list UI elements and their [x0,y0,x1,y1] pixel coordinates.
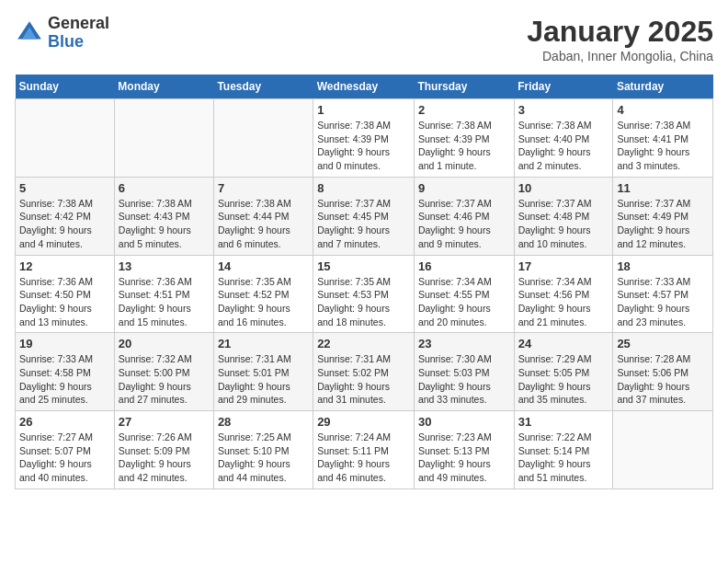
calendar-cell: 22Sunrise: 7:31 AMSunset: 5:02 PMDayligh… [313,333,415,411]
day-number: 5 [19,181,110,195]
day-number: 29 [317,415,410,429]
day-info: Sunrise: 7:22 AMSunset: 5:14 PMDaylight:… [518,431,609,485]
day-number: 27 [119,415,210,429]
day-info: Sunrise: 7:35 AMSunset: 4:53 PMDaylight:… [317,275,410,329]
day-info: Sunrise: 7:27 AMSunset: 5:07 PMDaylight:… [19,431,110,485]
calendar-cell [613,411,713,489]
calendar-week-5: 26Sunrise: 7:27 AMSunset: 5:07 PMDayligh… [16,411,713,489]
day-number: 11 [617,181,709,195]
day-number: 28 [218,415,309,429]
calendar-cell: 25Sunrise: 7:28 AMSunset: 5:06 PMDayligh… [613,333,713,411]
calendar-week-4: 19Sunrise: 7:33 AMSunset: 4:58 PMDayligh… [16,333,713,411]
calendar-cell: 10Sunrise: 7:37 AMSunset: 4:48 PMDayligh… [514,177,613,255]
weekday-header-wednesday: Wednesday [313,75,415,99]
day-info: Sunrise: 7:38 AMSunset: 4:42 PMDaylight:… [19,197,110,251]
day-number: 3 [518,103,609,117]
day-info: Sunrise: 7:23 AMSunset: 5:13 PMDaylight:… [418,431,510,485]
day-info: Sunrise: 7:33 AMSunset: 4:57 PMDaylight:… [617,275,709,329]
day-info: Sunrise: 7:37 AMSunset: 4:49 PMDaylight:… [617,197,709,251]
day-number: 17 [518,259,609,273]
day-info: Sunrise: 7:35 AMSunset: 4:52 PMDaylight:… [218,275,309,329]
calendar-cell: 14Sunrise: 7:35 AMSunset: 4:52 PMDayligh… [213,255,313,333]
calendar-week-1: 1Sunrise: 7:38 AMSunset: 4:39 PMDaylight… [16,99,713,178]
weekday-header-row: SundayMondayTuesdayWednesdayThursdayFrid… [16,75,713,99]
day-info: Sunrise: 7:38 AMSunset: 4:43 PMDaylight:… [119,197,210,251]
logo-icon [15,18,44,48]
calendar-week-3: 12Sunrise: 7:36 AMSunset: 4:50 PMDayligh… [16,255,713,333]
day-number: 8 [317,181,410,195]
calendar-cell: 12Sunrise: 7:36 AMSunset: 4:50 PMDayligh… [16,255,115,333]
weekday-header-thursday: Thursday [414,75,514,99]
day-info: Sunrise: 7:38 AMSunset: 4:44 PMDaylight:… [218,197,309,251]
day-number: 24 [518,337,609,350]
calendar-cell [213,99,313,178]
day-number: 12 [19,259,110,273]
day-info: Sunrise: 7:34 AMSunset: 4:56 PMDaylight:… [518,275,609,329]
day-number: 1 [317,103,410,117]
day-number: 19 [19,337,110,350]
calendar-cell: 5Sunrise: 7:38 AMSunset: 4:42 PMDaylight… [16,177,115,255]
day-info: Sunrise: 7:38 AMSunset: 4:41 PMDaylight:… [617,119,709,173]
day-number: 9 [418,181,510,195]
day-number: 7 [218,181,309,195]
day-number: 6 [119,181,210,195]
calendar-title: January 2025 [527,15,713,49]
calendar-cell: 26Sunrise: 7:27 AMSunset: 5:07 PMDayligh… [16,411,115,489]
day-info: Sunrise: 7:30 AMSunset: 5:03 PMDaylight:… [418,352,510,407]
calendar-cell: 18Sunrise: 7:33 AMSunset: 4:57 PMDayligh… [613,255,713,333]
weekday-header-tuesday: Tuesday [213,75,313,99]
day-number: 18 [617,259,709,273]
weekday-header-saturday: Saturday [613,75,713,99]
calendar-cell: 4Sunrise: 7:38 AMSunset: 4:41 PMDaylight… [613,99,713,178]
day-number: 16 [418,259,510,273]
calendar-cell: 29Sunrise: 7:24 AMSunset: 5:11 PMDayligh… [313,411,415,489]
calendar-cell: 13Sunrise: 7:36 AMSunset: 4:51 PMDayligh… [114,255,213,333]
calendar-table: SundayMondayTuesdayWednesdayThursdayFrid… [15,75,713,489]
calendar-cell: 17Sunrise: 7:34 AMSunset: 4:56 PMDayligh… [514,255,613,333]
day-number: 23 [418,337,510,350]
day-number: 20 [119,337,210,350]
day-info: Sunrise: 7:37 AMSunset: 4:46 PMDaylight:… [418,197,510,251]
calendar-cell: 28Sunrise: 7:25 AMSunset: 5:10 PMDayligh… [213,411,313,489]
day-info: Sunrise: 7:38 AMSunset: 4:39 PMDaylight:… [317,119,410,173]
day-number: 14 [218,259,309,273]
calendar-cell: 20Sunrise: 7:32 AMSunset: 5:00 PMDayligh… [114,333,213,411]
calendar-cell: 1Sunrise: 7:38 AMSunset: 4:39 PMDaylight… [313,99,415,178]
calendar-cell: 8Sunrise: 7:37 AMSunset: 4:45 PMDaylight… [313,177,415,255]
day-info: Sunrise: 7:32 AMSunset: 5:00 PMDaylight:… [119,352,210,407]
calendar-cell: 15Sunrise: 7:35 AMSunset: 4:53 PMDayligh… [313,255,415,333]
logo-text: General Blue [48,15,109,52]
page-header: General Blue January 2025 Daban, Inner M… [15,15,713,63]
title-block: January 2025 Daban, Inner Mongolia, Chin… [527,15,713,63]
day-info: Sunrise: 7:29 AMSunset: 5:05 PMDaylight:… [518,352,609,407]
calendar-cell: 21Sunrise: 7:31 AMSunset: 5:01 PMDayligh… [213,333,313,411]
weekday-header-sunday: Sunday [16,75,115,99]
calendar-cell: 30Sunrise: 7:23 AMSunset: 5:13 PMDayligh… [414,411,514,489]
day-info: Sunrise: 7:26 AMSunset: 5:09 PMDaylight:… [119,431,210,485]
day-info: Sunrise: 7:34 AMSunset: 4:55 PMDaylight:… [418,275,510,329]
calendar-cell: 16Sunrise: 7:34 AMSunset: 4:55 PMDayligh… [414,255,514,333]
day-info: Sunrise: 7:37 AMSunset: 4:48 PMDaylight:… [518,197,609,251]
day-number: 26 [19,415,110,429]
calendar-cell: 7Sunrise: 7:38 AMSunset: 4:44 PMDaylight… [213,177,313,255]
logo: General Blue [15,15,109,52]
day-number: 30 [418,415,510,429]
day-number: 13 [119,259,210,273]
day-info: Sunrise: 7:25 AMSunset: 5:10 PMDaylight:… [218,431,309,485]
calendar-header: SundayMondayTuesdayWednesdayThursdayFrid… [16,75,713,99]
calendar-cell [16,99,115,178]
calendar-cell: 11Sunrise: 7:37 AMSunset: 4:49 PMDayligh… [613,177,713,255]
day-info: Sunrise: 7:36 AMSunset: 4:51 PMDaylight:… [119,275,210,329]
day-info: Sunrise: 7:33 AMSunset: 4:58 PMDaylight:… [19,352,110,407]
day-info: Sunrise: 7:37 AMSunset: 4:45 PMDaylight:… [317,197,410,251]
calendar-cell: 31Sunrise: 7:22 AMSunset: 5:14 PMDayligh… [514,411,613,489]
day-info: Sunrise: 7:36 AMSunset: 4:50 PMDaylight:… [19,275,110,329]
calendar-cell: 23Sunrise: 7:30 AMSunset: 5:03 PMDayligh… [414,333,514,411]
day-number: 4 [617,103,709,117]
day-number: 15 [317,259,410,273]
day-info: Sunrise: 7:24 AMSunset: 5:11 PMDaylight:… [317,431,410,485]
day-info: Sunrise: 7:31 AMSunset: 5:02 PMDaylight:… [317,352,410,407]
day-number: 10 [518,181,609,195]
day-number: 31 [518,415,609,429]
day-info: Sunrise: 7:38 AMSunset: 4:40 PMDaylight:… [518,119,609,173]
